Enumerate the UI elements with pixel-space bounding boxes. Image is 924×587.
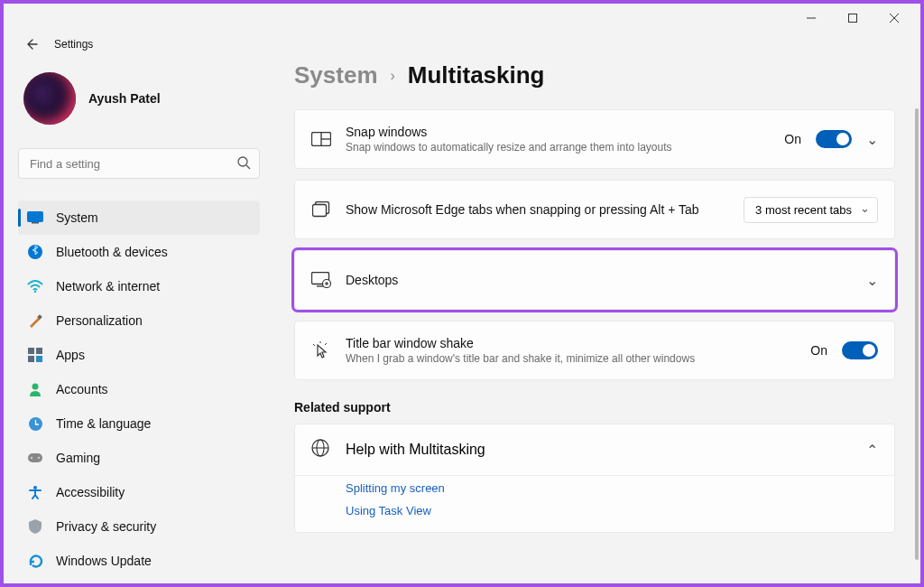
app-title: Settings xyxy=(54,38,93,51)
svg-point-18 xyxy=(31,457,32,459)
svg-line-31 xyxy=(313,344,315,346)
back-button[interactable] xyxy=(22,35,40,53)
sidebar-item-accounts[interactable]: Accounts xyxy=(18,372,260,406)
minimize-button[interactable] xyxy=(790,4,832,33)
setting-subtitle: When I grab a window's title bar and sha… xyxy=(346,352,796,365)
help-card: Help with Multitasking ⌃ Splitting my sc… xyxy=(294,424,895,533)
sidebar-item-gaming[interactable]: Gaming xyxy=(18,441,260,475)
sidebar-item-label: Time & language xyxy=(56,416,151,431)
sidebar-item-label: Accessibility xyxy=(56,485,125,499)
sidebar-item-bluetooth[interactable]: Bluetooth & devices xyxy=(18,235,260,269)
setting-title: Snap windows xyxy=(346,125,770,139)
svg-point-9 xyxy=(34,291,36,293)
globe-help-icon xyxy=(311,439,331,461)
related-support-heading: Related support xyxy=(294,400,895,415)
setting-title: Desktops xyxy=(346,273,852,287)
sidebar-item-system[interactable]: System xyxy=(18,200,260,235)
svg-rect-7 xyxy=(32,222,39,224)
apps-icon xyxy=(27,347,43,363)
avatar xyxy=(23,72,76,125)
brush-icon xyxy=(27,312,43,329)
toggle-state-label: On xyxy=(810,343,827,358)
help-title: Help with Multitasking xyxy=(346,442,852,458)
sidebar-item-label: Privacy & security xyxy=(56,519,156,534)
search-input[interactable] xyxy=(18,148,260,179)
sidebar-item-label: Windows Update xyxy=(56,554,152,568)
sidebar-item-personalization[interactable]: Personalization xyxy=(18,303,260,338)
profile[interactable]: Ayush Patel xyxy=(18,63,260,130)
setting-snap-windows[interactable]: Snap windows Snap windows to automatical… xyxy=(294,109,895,169)
setting-edge-tabs[interactable]: Show Microsoft Edge tabs when snapping o… xyxy=(294,180,895,239)
gaming-icon xyxy=(27,450,43,466)
sidebar-item-privacy[interactable]: Privacy & security xyxy=(18,509,260,544)
sidebar-nav: System Bluetooth & devices Network & int… xyxy=(18,200,260,578)
desktops-icon xyxy=(311,270,331,290)
snap-toggle[interactable] xyxy=(816,130,852,148)
update-icon xyxy=(27,553,43,569)
svg-rect-1 xyxy=(849,14,857,23)
svg-point-15 xyxy=(32,384,39,390)
close-button[interactable] xyxy=(873,4,915,33)
shield-icon xyxy=(27,518,43,535)
sidebar-item-label: Gaming xyxy=(56,451,100,465)
setting-title-bar-shake[interactable]: Title bar window shake When I grab a win… xyxy=(294,321,895,380)
svg-line-5 xyxy=(246,165,250,169)
sidebar-item-label: Personalization xyxy=(56,313,143,328)
chevron-down-icon[interactable]: ⌄ xyxy=(866,131,878,148)
sidebar-item-label: Network & internet xyxy=(56,279,160,294)
setting-title: Show Microsoft Edge tabs when snapping o… xyxy=(346,202,729,217)
sidebar-item-label: Bluetooth & devices xyxy=(56,245,168,259)
help-link-splitting[interactable]: Splitting my screen xyxy=(346,481,878,495)
help-link-task-view[interactable]: Using Task View xyxy=(346,504,878,517)
help-header[interactable]: Help with Multitasking ⌃ xyxy=(295,424,894,475)
person-icon xyxy=(27,381,43,397)
chevron-down-icon[interactable]: ⌄ xyxy=(866,272,878,289)
svg-line-33 xyxy=(325,343,327,345)
svg-rect-17 xyxy=(28,453,42,462)
search-icon xyxy=(236,155,251,173)
edge-tabs-select[interactable]: 3 most recent tabs xyxy=(744,197,878,223)
setting-subtitle: Snap windows to automatically resize and… xyxy=(346,141,770,154)
breadcrumb-parent[interactable]: System xyxy=(294,61,378,89)
toggle-state-label: On xyxy=(784,132,801,146)
svg-rect-11 xyxy=(28,348,34,354)
chevron-up-icon[interactable]: ⌃ xyxy=(866,442,878,459)
maximize-button[interactable] xyxy=(832,4,873,33)
page-title: Multitasking xyxy=(408,61,545,89)
bluetooth-icon xyxy=(27,244,43,260)
setting-desktops[interactable]: Desktops ⌄ xyxy=(294,250,895,310)
svg-rect-25 xyxy=(313,205,327,217)
snap-layout-icon xyxy=(311,129,331,149)
scrollbar[interactable] xyxy=(915,108,919,560)
svg-rect-12 xyxy=(36,348,42,354)
svg-rect-6 xyxy=(28,212,43,222)
svg-point-19 xyxy=(38,457,40,459)
sidebar-item-label: Apps xyxy=(56,348,85,362)
breadcrumb: System › Multitasking xyxy=(294,61,895,89)
globe-clock-icon xyxy=(27,415,43,432)
setting-title: Title bar window shake xyxy=(346,336,796,350)
shake-toggle[interactable] xyxy=(842,341,878,359)
sidebar-item-network[interactable]: Network & internet xyxy=(18,269,260,303)
sidebar-item-label: System xyxy=(56,210,98,225)
search-container xyxy=(18,148,260,179)
sidebar-item-windows-update[interactable]: Windows Update xyxy=(18,544,260,578)
chevron-right-icon: › xyxy=(391,68,395,84)
profile-name: Ayush Patel xyxy=(88,91,161,106)
sidebar-item-label: Accounts xyxy=(56,382,108,396)
svg-point-20 xyxy=(33,486,37,489)
tabs-icon xyxy=(311,200,331,219)
wifi-icon xyxy=(27,278,43,294)
svg-rect-13 xyxy=(28,356,34,362)
sidebar-item-apps[interactable]: Apps xyxy=(18,338,260,372)
svg-point-4 xyxy=(238,157,247,166)
svg-rect-14 xyxy=(36,356,42,362)
sidebar-item-time-language[interactable]: Time & language xyxy=(18,406,260,441)
sidebar-item-accessibility[interactable]: Accessibility xyxy=(18,475,260,509)
accessibility-icon xyxy=(27,484,43,500)
display-icon xyxy=(27,210,43,226)
cursor-shake-icon xyxy=(311,340,331,360)
